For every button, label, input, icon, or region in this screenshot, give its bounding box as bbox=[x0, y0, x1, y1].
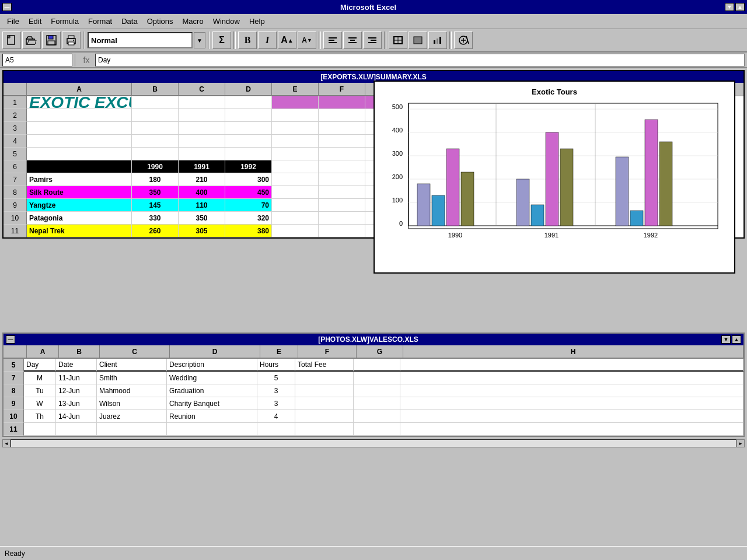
cell-f7[interactable] bbox=[319, 173, 365, 186]
menu-formula[interactable]: Formula bbox=[46, 16, 83, 27]
cell-bot-c10[interactable]: Juarez bbox=[97, 410, 167, 423]
cell-f5[interactable] bbox=[319, 148, 365, 160]
print-btn[interactable] bbox=[62, 32, 81, 49]
audit-btn[interactable] bbox=[454, 32, 473, 49]
cell-bot-e8[interactable]: 3 bbox=[257, 384, 295, 397]
cell-a6[interactable] bbox=[27, 160, 132, 173]
bot-col-e[interactable]: E bbox=[260, 345, 298, 358]
cell-bot-d5[interactable]: Description bbox=[167, 359, 257, 372]
cell-b3[interactable] bbox=[132, 122, 179, 135]
scroll-right-btn[interactable]: ► bbox=[736, 439, 745, 447]
cell-bot-d10[interactable]: Reunion bbox=[167, 410, 257, 423]
cell-bot-c9[interactable]: Wilson bbox=[97, 397, 167, 410]
system-menu-btn[interactable]: — bbox=[2, 3, 12, 11]
cell-c1[interactable] bbox=[179, 96, 225, 109]
cell-bot-g8[interactable] bbox=[354, 384, 400, 397]
cell-f10[interactable] bbox=[319, 212, 365, 225]
cell-d2[interactable] bbox=[225, 109, 272, 122]
cell-bot-h9[interactable] bbox=[400, 397, 743, 410]
cell-c3[interactable] bbox=[179, 122, 225, 135]
cell-bot-g5[interactable] bbox=[354, 359, 400, 372]
cell-bot-e10[interactable]: 4 bbox=[257, 410, 295, 423]
cell-f11[interactable] bbox=[319, 225, 365, 237]
bot-col-c[interactable]: C bbox=[100, 345, 170, 358]
col-header-f[interactable]: F bbox=[319, 83, 365, 96]
cell-c5[interactable] bbox=[179, 148, 225, 160]
open-btn[interactable] bbox=[22, 32, 41, 49]
cell-bot-d8[interactable]: Graduation bbox=[167, 384, 257, 397]
cell-f9[interactable] bbox=[319, 199, 365, 212]
cell-b11[interactable]: 260 bbox=[132, 225, 179, 237]
menu-format[interactable]: Format bbox=[83, 16, 117, 27]
win-scroll-up[interactable]: ▲ bbox=[732, 335, 741, 344]
bold-btn[interactable]: B bbox=[238, 32, 257, 49]
col-header-b[interactable]: B bbox=[132, 83, 179, 96]
win-close-btn[interactable]: — bbox=[6, 335, 15, 344]
cell-bot-a7[interactable]: M bbox=[24, 372, 56, 384]
cell-c8[interactable]: 400 bbox=[179, 186, 225, 199]
cell-bot-h5[interactable] bbox=[400, 359, 743, 372]
scroll-left-btn[interactable]: ◄ bbox=[2, 439, 11, 447]
cell-b2[interactable] bbox=[132, 109, 179, 122]
cell-bot-c5[interactable]: Client bbox=[97, 359, 167, 372]
cell-bot-a9[interactable]: W bbox=[24, 397, 56, 410]
cell-bot-f8[interactable] bbox=[295, 384, 354, 397]
col-header-e[interactable]: E bbox=[272, 83, 319, 96]
bot-col-g[interactable]: G bbox=[357, 345, 403, 358]
cell-e5[interactable] bbox=[272, 148, 319, 160]
cell-bot-b5[interactable]: Date bbox=[56, 359, 97, 372]
cell-bot-a5[interactable]: Day bbox=[24, 359, 56, 372]
cell-a3[interactable] bbox=[27, 122, 132, 135]
bot-col-h[interactable]: H bbox=[403, 345, 743, 358]
cell-bot-b10[interactable]: 14-Jun bbox=[56, 410, 97, 423]
cell-e1[interactable] bbox=[272, 96, 319, 109]
style-dropdown-arrow[interactable]: ▼ bbox=[194, 32, 205, 48]
cell-b8[interactable]: 350 bbox=[132, 186, 179, 199]
cell-a2[interactable] bbox=[27, 109, 132, 122]
minimize-btn[interactable]: ▼ bbox=[725, 3, 734, 11]
cell-b5[interactable] bbox=[132, 148, 179, 160]
cell-b6[interactable]: 1990 bbox=[132, 160, 179, 173]
cell-e9[interactable] bbox=[272, 199, 319, 212]
cell-bot-h7[interactable] bbox=[400, 372, 743, 384]
cell-bot-b8[interactable]: 12-Jun bbox=[56, 384, 97, 397]
col-header-a[interactable]: A bbox=[27, 83, 132, 96]
cell-a5[interactable] bbox=[27, 148, 132, 160]
formula-input[interactable]: Day bbox=[95, 54, 745, 66]
cell-bot-b9[interactable]: 13-Jun bbox=[56, 397, 97, 410]
cell-reference[interactable]: A5 bbox=[2, 54, 72, 66]
cell-f1[interactable] bbox=[319, 96, 365, 109]
cell-bot-h8[interactable] bbox=[400, 384, 743, 397]
new-btn[interactable] bbox=[2, 32, 21, 49]
menu-data[interactable]: Data bbox=[117, 16, 142, 27]
cell-d11[interactable]: 380 bbox=[225, 225, 272, 237]
cell-bot-f10[interactable] bbox=[295, 410, 354, 423]
cell-bot-c7[interactable]: Smith bbox=[97, 372, 167, 384]
cell-c7[interactable]: 210 bbox=[179, 173, 225, 186]
cell-a7[interactable]: Pamirs bbox=[27, 173, 132, 186]
cell-d1[interactable] bbox=[225, 96, 272, 109]
cell-b7[interactable]: 180 bbox=[132, 173, 179, 186]
cell-a11[interactable]: Nepal Trek bbox=[27, 225, 132, 237]
cell-f3[interactable] bbox=[319, 122, 365, 135]
cell-e8[interactable] bbox=[272, 186, 319, 199]
cell-f4[interactable] bbox=[319, 135, 365, 148]
win-scroll-down[interactable]: ▼ bbox=[721, 335, 731, 344]
cell-bot-b7[interactable]: 11-Jun bbox=[56, 372, 97, 384]
cell-d10[interactable]: 320 bbox=[225, 212, 272, 225]
col-header-d[interactable]: D bbox=[225, 83, 272, 96]
cell-e3[interactable] bbox=[272, 122, 319, 135]
cell-bot-e5[interactable]: Hours bbox=[257, 359, 295, 372]
cell-c11[interactable]: 305 bbox=[179, 225, 225, 237]
menu-help[interactable]: Help bbox=[245, 16, 270, 27]
cell-b4[interactable] bbox=[132, 135, 179, 148]
cell-e6[interactable] bbox=[272, 160, 319, 173]
cell-bot-h10[interactable] bbox=[400, 410, 743, 423]
bot-col-b[interactable]: B bbox=[59, 345, 100, 358]
cell-e4[interactable] bbox=[272, 135, 319, 148]
cell-bot-f7[interactable] bbox=[295, 372, 354, 384]
style-dropdown[interactable]: Normal bbox=[88, 32, 193, 48]
align-center-btn[interactable] bbox=[343, 32, 362, 49]
cell-a8[interactable]: Silk Route bbox=[27, 186, 132, 199]
cell-a1[interactable]: EXOTIC EXCURSIONS bbox=[27, 96, 132, 109]
